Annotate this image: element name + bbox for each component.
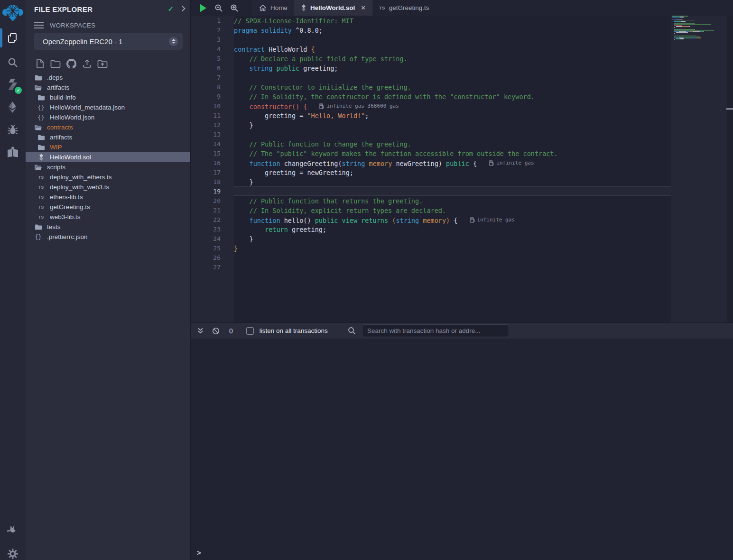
editor-tabbar: HomeHelloWorld.sol✕TSgetGreeting.ts	[191, 0, 733, 16]
code-editor[interactable]: 1234567891011121314151617181920212223242…	[191, 16, 733, 322]
remix-logo[interactable]	[0, 1, 26, 25]
new-file-icon[interactable]	[34, 58, 46, 69]
settings-icon[interactable]	[0, 543, 26, 560]
tree-item-label: contracts	[47, 124, 73, 131]
line-number: 23	[191, 225, 221, 234]
editor-region: HomeHelloWorld.sol✕TSgetGreeting.ts 1234…	[191, 0, 733, 560]
tree-item-label: build-info	[50, 94, 76, 101]
folder-open-icon	[34, 84, 42, 91]
tab-home[interactable]: Home	[252, 0, 294, 16]
file-explorer-toolbar	[34, 58, 108, 69]
line-number: 5	[191, 54, 221, 64]
tree-item-wip[interactable]: WIP	[26, 142, 190, 152]
line-number: 12	[191, 120, 221, 130]
tree-item-getgreeting-ts[interactable]: TSgetGreeting.ts	[26, 202, 190, 212]
line-number: 1	[191, 16, 221, 26]
terminal-toolbar: 0 listen on all transactions	[191, 322, 733, 339]
tree-item-label: .prettierrc.json	[47, 233, 88, 240]
tree-item-helloworld-sol[interactable]: HelloWorld.sol	[26, 152, 190, 162]
zoom-out-button[interactable]	[211, 0, 226, 16]
line-number: 6	[191, 64, 221, 73]
tree-item-ethers-lib-ts[interactable]: TSethers-lib.ts	[26, 192, 190, 202]
clear-console-icon[interactable]	[212, 327, 220, 335]
folder-icon	[34, 74, 42, 81]
chevron-right-icon[interactable]	[181, 5, 186, 13]
transaction-count: 0	[229, 327, 233, 335]
tab-getgreeting-ts[interactable]: TSgetGreeting.ts	[372, 0, 436, 16]
code-line: function hello() public view returns (st…	[234, 215, 558, 225]
upload-file-icon[interactable]	[81, 58, 93, 69]
folder-icon	[37, 134, 45, 141]
tree-item-artifacts[interactable]: artifacts	[26, 83, 190, 92]
github-icon[interactable]	[65, 58, 77, 69]
gas-estimate-label: infinite gas	[496, 158, 534, 168]
tree-item-deploy-with-ethers-ts[interactable]: TSdeploy_with_ethers.ts	[26, 172, 190, 182]
file-explorer-icon[interactable]	[0, 28, 26, 48]
terminal-collapse-icon[interactable]	[197, 327, 204, 334]
gas-estimate-label: infinite gas	[477, 215, 515, 225]
tree-item-label: HelloWorld.sol	[50, 154, 91, 161]
plugin-manager-icon[interactable]	[0, 520, 26, 541]
new-folder-icon[interactable]	[50, 58, 61, 69]
tree-item-web3-lib-ts[interactable]: TSweb3-lib.ts	[26, 212, 190, 222]
compile-success-badge: ✓	[15, 87, 22, 94]
line-number: 18	[191, 177, 221, 187]
code-line: // Public function that returns the gree…	[234, 196, 558, 206]
line-number-gutter: 1234567891011121314151617181920212223242…	[191, 16, 221, 272]
tree-item--prettierrc-json[interactable]: {}.prettierrc.json	[26, 232, 190, 242]
typescript-file-icon: TS	[37, 175, 45, 180]
code-line	[234, 263, 558, 272]
typescript-file-icon: TS	[37, 215, 45, 220]
tree-item-label: scripts	[47, 164, 65, 171]
run-script-button[interactable]	[195, 0, 211, 16]
workspace-select[interactable]: OpenZeppelin ERC20 - 1	[34, 33, 183, 50]
scrollbar-marker[interactable]	[726, 108, 733, 110]
line-number: 2	[191, 26, 221, 35]
tree-item-label: HelloWorld_metadata.json	[50, 104, 125, 111]
folder-icon	[34, 224, 42, 230]
code-line	[234, 73, 558, 83]
workspaces-menu-icon[interactable]	[34, 22, 44, 28]
gas-estimate: infinite gas 368600 gas	[319, 101, 399, 111]
line-number: 24	[191, 234, 221, 244]
terminal-search-input[interactable]	[362, 324, 509, 337]
tree-item-contracts[interactable]: contracts	[26, 122, 190, 132]
tree-item-label: getGreeting.ts	[50, 203, 90, 211]
line-number: 15	[191, 149, 221, 158]
line-number: 7	[191, 73, 221, 83]
code-line: function changeGreeting(string memory ne…	[234, 158, 558, 168]
debugger-icon[interactable]	[0, 119, 26, 140]
code-line	[234, 35, 558, 45]
workspace-sort-icon[interactable]	[169, 37, 178, 46]
folder-open-icon	[34, 164, 42, 171]
close-tab-icon[interactable]: ✕	[361, 4, 366, 11]
file-explorer-panel: FILE EXPLORER ✓ WORKSPACES OpenZeppelin …	[26, 0, 191, 560]
tree-item--deps[interactable]: .deps	[26, 73, 190, 83]
search-icon[interactable]	[0, 52, 26, 73]
tree-item-tests[interactable]: tests	[26, 222, 190, 232]
folder-icon	[37, 144, 45, 151]
zoom-in-button[interactable]	[226, 0, 242, 16]
tree-item-build-info[interactable]: build-info	[26, 92, 190, 102]
tree-item-deploy-with-web3-ts[interactable]: TSdeploy_with_web3.ts	[26, 182, 190, 192]
solidity-compiler-icon[interactable]: ✓	[0, 74, 26, 95]
tree-item-label: WIP	[50, 144, 62, 151]
workspace-selected-value: OpenZeppelin ERC20 - 1	[43, 37, 169, 46]
tree-item-artifacts[interactable]: artifacts	[26, 132, 190, 142]
learneth-icon[interactable]	[0, 141, 26, 162]
upload-folder-icon[interactable]	[97, 58, 108, 69]
line-number: 8	[191, 83, 221, 92]
tab-helloworld-sol[interactable]: HelloWorld.sol✕	[294, 0, 372, 16]
code-line: contract HelloWorld {	[234, 45, 558, 54]
tree-item-helloworld-metadata-json[interactable]: {}HelloWorld_metadata.json	[26, 102, 190, 112]
remix-ide-window: ✓ FILE EXPLORER ✓ WORKSPACES OpenZeppeli…	[0, 0, 733, 560]
terminal-output[interactable]: >	[191, 339, 733, 560]
line-number: 3	[191, 35, 221, 45]
deploy-run-icon[interactable]	[0, 97, 26, 118]
tree-item-label: .deps	[47, 74, 63, 81]
line-number: 20	[191, 196, 221, 206]
tree-item-scripts[interactable]: scripts	[26, 162, 190, 172]
tree-item-helloworld-json[interactable]: {}HelloWorld.json	[26, 112, 190, 122]
minimap[interactable]	[672, 16, 720, 44]
listen-transactions-checkbox[interactable]	[246, 327, 254, 335]
